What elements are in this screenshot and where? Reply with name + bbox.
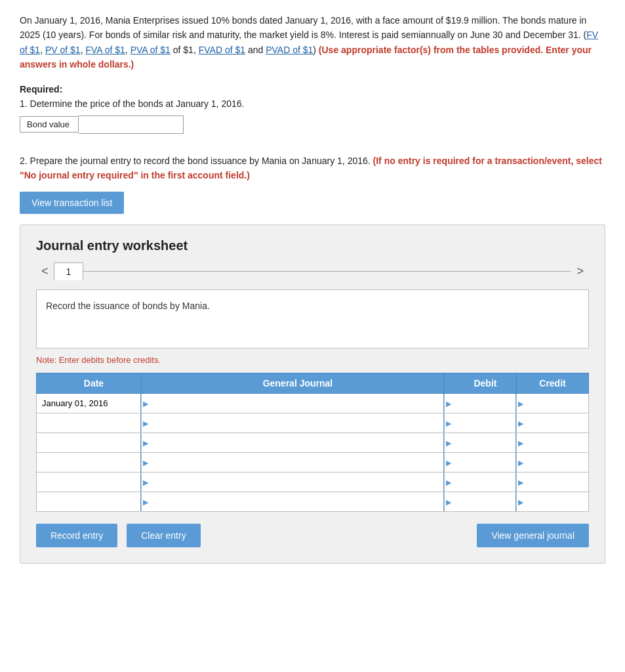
gj-row-arrow: ▶ [143, 438, 148, 447]
debit-input[interactable] [445, 453, 516, 472]
credit-cell: ▶ [517, 492, 589, 512]
record-entry-button[interactable]: Record entry [36, 524, 117, 547]
fvad-link[interactable]: FVAD of $1 [199, 45, 245, 55]
credit-cell: ▶ [517, 433, 589, 453]
gj-input[interactable] [142, 492, 444, 511]
gj-input[interactable] [142, 472, 444, 492]
debit-col-arrow: ▶ [464, 379, 470, 388]
th-date: ▶ Date [37, 373, 142, 394]
table-row: ▶▶▶ [37, 413, 589, 433]
credit-input[interactable] [517, 413, 588, 432]
tab-right-arrow[interactable]: > [571, 263, 589, 280]
gj-cell: ▶ [142, 453, 445, 472]
tab-left-arrow[interactable]: < [36, 263, 54, 280]
required-label: Required: [20, 84, 605, 94]
date-cell [37, 472, 142, 492]
bond-value-input[interactable] [79, 116, 184, 134]
bottom-buttons: Record entry Clear entry View general jo… [36, 524, 589, 547]
th-general-journal: ▶ General Journal [142, 373, 445, 394]
intro-paragraph: On January 1, 2016, Mania Enterprises is… [20, 13, 605, 72]
bond-value-row: Bond value [20, 116, 605, 134]
credit-row-arrow: ▶ [518, 458, 523, 467]
debit-row-arrow: ▶ [446, 438, 451, 447]
note-text: Note: Enter debits before credits. [36, 355, 589, 365]
gj-row-arrow: ▶ [143, 399, 148, 408]
gj-row-arrow: ▶ [143, 478, 148, 486]
pv-link[interactable]: PV of $1 [45, 45, 81, 55]
debit-input[interactable] [445, 472, 516, 492]
gj-input[interactable] [142, 433, 444, 452]
gj-row-arrow: ▶ [143, 419, 148, 427]
description-box: Record the issuance of bonds by Mania. [36, 289, 589, 348]
gj-input[interactable] [142, 413, 444, 432]
credit-row-arrow: ▶ [518, 478, 523, 486]
tab-1[interactable]: 1 [54, 262, 84, 280]
debit-cell: ▶ [445, 394, 517, 413]
date-input[interactable] [37, 394, 141, 413]
date-input[interactable] [37, 472, 141, 492]
credit-row-arrow: ▶ [518, 419, 523, 427]
credit-input[interactable] [517, 492, 588, 511]
bond-value-label: Bond value [20, 116, 79, 133]
intro-text-1: On January 1, 2016, Mania Enterprises is… [20, 15, 586, 40]
pva-link[interactable]: PVA of $1 [131, 45, 171, 55]
gj-cell: ▶ [142, 472, 445, 492]
credit-input[interactable] [517, 433, 588, 452]
table-row: ▶▶▶ [37, 492, 589, 512]
gj-cell: ▶ [142, 394, 445, 413]
credit-input[interactable] [517, 394, 588, 413]
gj-cell: ▶ [142, 492, 445, 512]
clear-entry-button[interactable]: Clear entry [127, 524, 200, 547]
credit-input[interactable] [517, 453, 588, 472]
date-cell [37, 413, 142, 433]
fva-link[interactable]: FVA of $1 [85, 45, 125, 55]
credit-input[interactable] [517, 472, 588, 492]
worksheet-title: Journal entry worksheet [36, 238, 589, 253]
debit-cell: ▶ [445, 453, 517, 472]
date-input[interactable] [37, 433, 141, 452]
credit-cell: ▶ [517, 472, 589, 492]
debit-row-arrow: ▶ [446, 419, 451, 427]
view-general-journal-button[interactable]: View general journal [477, 524, 589, 547]
table-row: ▶▶▶ [37, 472, 589, 492]
date-cell [37, 492, 142, 512]
credit-row-arrow: ▶ [518, 497, 523, 506]
required-section: Required: 1. Determine the price of the … [20, 84, 605, 134]
table-row: ▶▶▶ [37, 433, 589, 453]
debit-input[interactable] [445, 492, 516, 511]
th-debit: ▶ Debit [445, 373, 517, 394]
credit-row-arrow: ▶ [518, 438, 523, 447]
date-input[interactable] [37, 413, 141, 432]
date-input[interactable] [37, 492, 141, 511]
gj-input[interactable] [142, 394, 444, 413]
pvad-link[interactable]: PVAD of $1 [266, 45, 313, 55]
credit-cell: ▶ [517, 413, 589, 433]
tab-spacer [83, 271, 571, 272]
gj-cell: ▶ [142, 413, 445, 433]
gj-row-arrow: ▶ [143, 458, 148, 467]
date-input[interactable] [37, 453, 141, 472]
tab-nav: < 1 > [36, 262, 589, 280]
question-1-text: 1. Determine the price of the bonds at J… [20, 98, 605, 109]
debit-cell: ▶ [445, 413, 517, 433]
credit-cell: ▶ [517, 394, 589, 413]
table-row: ▶▶▶ [37, 394, 589, 413]
debit-cell: ▶ [445, 472, 517, 492]
gj-col-arrow: ▶ [253, 379, 259, 388]
worksheet-container: Journal entry worksheet < 1 > Record the… [20, 224, 605, 564]
debit-row-arrow: ▶ [446, 399, 451, 408]
debit-cell: ▶ [445, 492, 517, 512]
q2-text-before: 2. Prepare the journal entry to record t… [20, 156, 373, 166]
debit-input[interactable] [445, 433, 516, 452]
debit-input[interactable] [445, 413, 516, 432]
date-cell [37, 453, 142, 472]
th-credit: Credit [517, 373, 589, 394]
gj-cell: ▶ [142, 433, 445, 453]
view-transaction-button[interactable]: View transaction list [20, 192, 124, 214]
gj-row-arrow: ▶ [143, 497, 148, 506]
debit-row-arrow: ▶ [446, 497, 451, 506]
debit-input[interactable] [445, 394, 516, 413]
date-col-arrow: ▶ [74, 379, 80, 388]
debit-row-arrow: ▶ [446, 458, 451, 467]
gj-input[interactable] [142, 453, 444, 472]
